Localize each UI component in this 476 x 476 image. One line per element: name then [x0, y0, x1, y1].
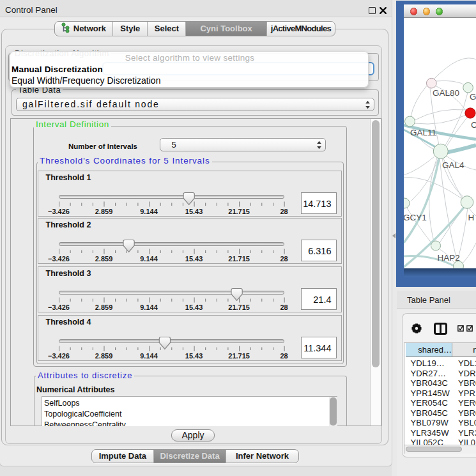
- svg-text:G: G: [470, 92, 476, 102]
- svg-text:GAL80: GAL80: [433, 88, 459, 98]
- svg-text:HAP2: HAP2: [438, 253, 460, 263]
- svg-text:H: H: [468, 213, 475, 222]
- svg-text:GAL4: GAL4: [442, 160, 464, 170]
- svg-text:C: C: [471, 120, 476, 130]
- svg-text:GCY1: GCY1: [404, 213, 427, 222]
- svg-text:GAL11: GAL11: [410, 128, 436, 137]
